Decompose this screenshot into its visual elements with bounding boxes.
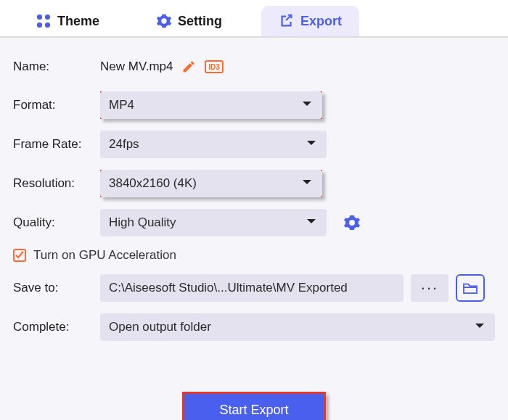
framerate-selected: 24fps <box>109 137 139 152</box>
label-framerate: Frame Rate: <box>13 137 100 152</box>
tabs-bar: Theme Setting Export <box>0 0 508 38</box>
label-complete: Complete: <box>13 320 100 334</box>
edit-name-icon[interactable] <box>181 59 196 74</box>
tab-setting[interactable]: Setting <box>139 6 239 36</box>
quality-selected: High Quality <box>109 215 176 230</box>
highlight-resolution: 3840x2160 (4K) <box>100 170 322 197</box>
id3-icon[interactable]: ID3 <box>205 60 224 73</box>
highlight-format: MP4 <box>100 91 322 119</box>
resolution-selected: 3840x2160 (4K) <box>109 176 197 191</box>
name-value: New MV.mp4 <box>100 59 173 74</box>
export-icon <box>279 13 295 29</box>
svg-rect-0 <box>37 15 42 20</box>
row-quality: Quality: High Quality <box>13 209 495 236</box>
gpu-label: Turn on GPU Acceleration <box>33 248 176 263</box>
label-saveto: Save to: <box>13 281 100 295</box>
label-quality: Quality: <box>13 215 100 230</box>
tab-theme[interactable]: Theme <box>18 6 117 36</box>
export-button-area: Start Export <box>13 392 495 420</box>
format-dropdown[interactable]: MP4 <box>100 91 322 119</box>
framerate-dropdown[interactable]: 24fps <box>100 131 327 158</box>
resolution-dropdown[interactable]: 3840x2160 (4K) <box>100 170 322 197</box>
row-resolution: Resolution: 3840x2160 (4K) <box>13 170 495 197</box>
gpu-checkbox[interactable] <box>13 249 26 262</box>
row-name: Name: New MV.mp4 ID3 <box>13 54 495 80</box>
tab-export-label: Export <box>300 14 342 29</box>
chevron-down-icon <box>306 140 316 147</box>
svg-rect-2 <box>37 22 42 28</box>
saveto-path[interactable]: C:\Aiseesoft Studio\...Ultimate\MV Expor… <box>100 274 403 302</box>
row-framerate: Frame Rate: 24fps <box>13 131 495 158</box>
chevron-down-icon <box>302 179 312 186</box>
format-selected: MP4 <box>109 98 134 112</box>
label-resolution: Resolution: <box>13 176 100 191</box>
svg-rect-1 <box>45 15 50 20</box>
tab-theme-label: Theme <box>57 14 99 29</box>
complete-selected: Open output folder <box>109 320 211 334</box>
label-name: Name: <box>13 59 100 74</box>
row-format: Format: MP4 <box>13 91 495 119</box>
browse-button[interactable]: ··· <box>411 274 448 302</box>
start-export-button[interactable]: Start Export <box>184 394 323 420</box>
open-folder-button[interactable] <box>456 274 485 302</box>
export-form: Name: New MV.mp4 ID3 Format: MP4 Frame R… <box>0 38 508 420</box>
svg-text:ID3: ID3 <box>209 63 221 71</box>
svg-rect-3 <box>45 22 50 28</box>
theme-icon <box>36 13 52 29</box>
chevron-down-icon <box>475 323 485 330</box>
chevron-down-icon <box>306 218 316 226</box>
tab-setting-label: Setting <box>178 14 222 29</box>
row-saveto: Save to: C:\Aiseesoft Studio\...Ultimate… <box>13 274 495 302</box>
quality-dropdown[interactable]: High Quality <box>100 209 327 236</box>
complete-dropdown[interactable]: Open output folder <box>100 313 495 341</box>
tab-export[interactable]: Export <box>261 6 359 36</box>
chevron-down-icon <box>302 101 312 108</box>
saveto-value: C:\Aiseesoft Studio\...Ultimate\MV Expor… <box>109 281 348 295</box>
setting-icon <box>156 13 172 29</box>
gpu-checkbox-row[interactable]: Turn on GPU Acceleration <box>13 248 495 263</box>
label-format: Format: <box>13 98 100 112</box>
quality-settings-button[interactable] <box>341 212 363 234</box>
highlight-start-export: Start Export <box>182 392 325 420</box>
row-complete: Complete: Open output folder <box>13 313 495 341</box>
